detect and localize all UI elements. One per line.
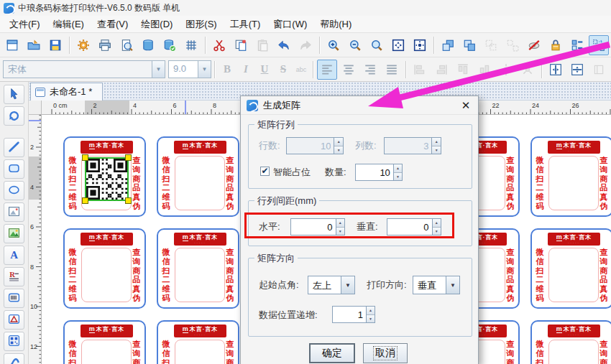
zoom-out-button[interactable] <box>345 35 365 55</box>
label-logo-band: m木言·言木····· <box>548 233 600 246</box>
database-button[interactable] <box>138 35 158 55</box>
rows-label: 行数: <box>259 139 280 152</box>
chevron-down-icon[interactable]: ▼ <box>446 276 459 294</box>
hide-object-button[interactable] <box>524 35 544 55</box>
qrcode-tool-tool[interactable] <box>4 332 24 351</box>
chevron-down-icon[interactable]: ▼ <box>341 276 354 294</box>
rounded-rect-tool[interactable] <box>4 159 24 179</box>
selection-handle[interactable] <box>125 197 132 204</box>
print-preview-button[interactable] <box>116 35 137 55</box>
document-tab[interactable]: 未命名-1 * <box>30 83 103 101</box>
save-button[interactable] <box>45 35 65 55</box>
select-cursor-tool[interactable] <box>4 85 24 104</box>
distribute-v-button <box>518 60 538 80</box>
grid-button[interactable] <box>181 35 201 55</box>
menu-item-4[interactable]: 图形(S) <box>179 17 223 32</box>
align-text-left-button[interactable] <box>317 60 337 80</box>
align-text-right-button[interactable] <box>360 60 380 80</box>
cancel-button[interactable]: 取消 <box>363 343 408 363</box>
copy-button[interactable] <box>231 35 251 55</box>
menu-item-0[interactable]: 文件(F) <box>3 17 47 32</box>
object-list-button[interactable] <box>567 35 587 55</box>
quantity-spinner[interactable]: ▲▼ <box>355 164 403 181</box>
align-text-center-button[interactable] <box>339 60 359 80</box>
dialog-titlebar[interactable]: 生成矩阵 ✕ <box>241 96 478 115</box>
generate-matrix-button[interactable] <box>589 35 609 55</box>
product-label[interactable]: m木言·言木·····微信扫二维码查询商品真伪 <box>63 228 146 309</box>
ruler-corner <box>29 101 42 115</box>
chevron-down-icon[interactable]: ▼ <box>152 61 165 78</box>
red-highlight-annotation <box>244 213 454 238</box>
product-label[interactable]: m木言·言木·····微信扫二维码查询商品真伪 <box>157 228 239 309</box>
new-document-button[interactable] <box>2 35 22 55</box>
lock-object-button[interactable] <box>546 35 566 55</box>
menu-item-6[interactable]: 窗口(W) <box>267 17 313 32</box>
svg-text:8: 8 <box>30 263 34 271</box>
product-label[interactable]: m木言·言木·····微信扫二维码查询商品真伪 <box>63 320 146 364</box>
selection-handle[interactable] <box>82 154 88 161</box>
text-style-i-button[interactable]: I <box>236 60 255 79</box>
data-increment-spinner[interactable]: ▲▼ <box>332 306 375 323</box>
label-left-text: 微信扫二维码 <box>68 340 78 364</box>
text-style-s-button[interactable]: S <box>274 60 293 79</box>
menu-item-7[interactable]: 帮助(H) <box>313 17 358 32</box>
print-button[interactable] <box>95 35 115 55</box>
menu-item-2[interactable]: 查看(V) <box>91 17 134 32</box>
image-tool[interactable] <box>4 224 24 243</box>
cut-button[interactable] <box>209 35 229 55</box>
bring-front-button[interactable] <box>438 35 458 55</box>
align-text-justify-button[interactable] <box>382 60 402 80</box>
database-export-button[interactable] <box>160 35 180 55</box>
rich-text-tool[interactable]: R <box>4 267 24 286</box>
product-label[interactable]: m木言·言木·····微信扫二维码查询商品真伪 <box>157 136 239 217</box>
close-icon[interactable]: ✕ <box>459 99 472 112</box>
font-family-select[interactable]: 宋体 ▼ <box>3 60 165 78</box>
qr-placeholder <box>175 248 225 302</box>
menu-item-5[interactable]: 工具(T) <box>224 17 267 32</box>
line-tool[interactable] <box>4 138 24 157</box>
menu-item-1[interactable]: 编辑(E) <box>47 17 91 32</box>
product-label[interactable]: m木言·言木·····微信扫二维码查询商品真伪 <box>530 320 611 364</box>
zoom-button[interactable] <box>367 35 387 55</box>
ok-button[interactable]: 确定 <box>309 343 355 363</box>
text-effect-button[interactable]: abc <box>293 66 310 73</box>
selection-handle[interactable] <box>82 197 88 204</box>
fit-all-button[interactable] <box>410 35 430 55</box>
smart-fill-checkbox[interactable]: ✔ <box>260 167 270 176</box>
menu-item-3[interactable]: 绘图(D) <box>134 17 179 32</box>
qr-code[interactable] <box>85 157 129 201</box>
align-object-right-button <box>431 60 451 80</box>
start-corner-select[interactable]: 左上 ▼ <box>308 276 355 294</box>
rotate-tool[interactable] <box>4 106 24 126</box>
text-style-u-button[interactable]: U <box>255 60 274 79</box>
font-size-select[interactable]: 9.0 ▼ <box>168 60 211 78</box>
barcode-tool[interactable] <box>4 289 24 308</box>
product-label[interactable]: m木言·言木·····微信扫二维码查询商品真伪 <box>63 136 146 217</box>
undo-button[interactable] <box>274 35 294 55</box>
quantity-input[interactable] <box>356 164 393 180</box>
chevron-down-icon[interactable]: ▼ <box>198 61 211 78</box>
selection-handle[interactable] <box>125 154 132 161</box>
text-tool[interactable]: A <box>4 246 24 265</box>
brand-m-icon: m <box>89 141 95 149</box>
data-increment-input[interactable] <box>333 307 366 322</box>
svg-text:8: 8 <box>213 102 216 109</box>
product-label[interactable]: m木言·言木·····微信扫二维码查询商品真伪 <box>157 320 239 364</box>
product-label[interactable]: m木言·言木·····微信扫二维码查询商品真伪 <box>530 136 611 217</box>
svg-text:2: 2 <box>93 102 97 109</box>
center-horizontal-button[interactable] <box>546 60 566 80</box>
curve-tool[interactable] <box>4 353 24 364</box>
center-vertical-button[interactable] <box>567 60 587 80</box>
ellipse-tool[interactable] <box>4 181 24 200</box>
print-direction-select[interactable]: 垂直 ▼ <box>413 276 460 294</box>
brand-m-icon: m <box>556 141 562 149</box>
text-style-b-button[interactable]: B <box>218 60 236 79</box>
send-back-button[interactable] <box>459 35 479 55</box>
picture-frame-tool[interactable] <box>4 202 24 222</box>
product-label[interactable]: m木言·言木·····微信扫二维码查询商品真伪 <box>530 228 611 309</box>
fit-page-button[interactable] <box>388 35 408 55</box>
open-folder-button[interactable] <box>24 35 44 55</box>
shape-tool[interactable] <box>4 310 24 330</box>
zoom-in-button[interactable] <box>323 35 344 55</box>
settings-gear-button[interactable] <box>73 35 93 55</box>
